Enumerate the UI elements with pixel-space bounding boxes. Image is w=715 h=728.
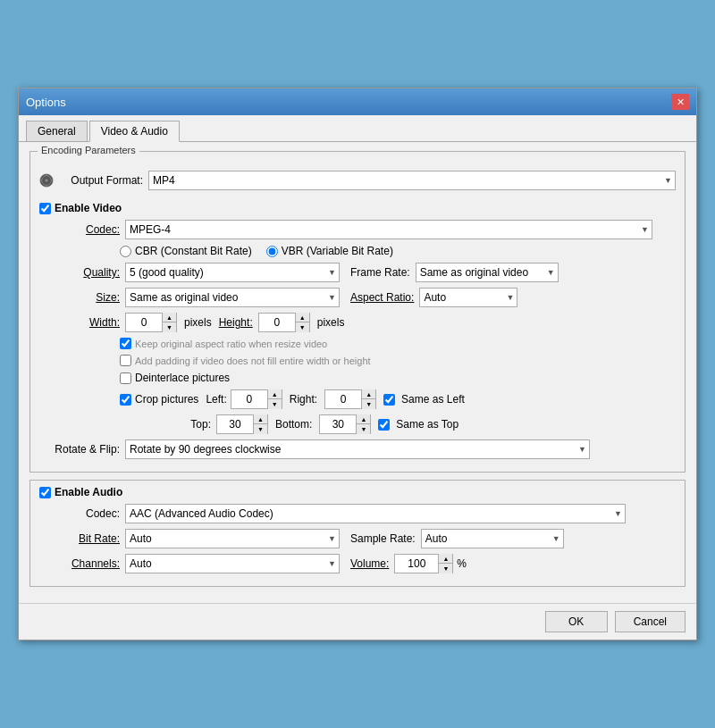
quality-framerate-row: Quality: 5 (good quality) 1 (low quality…: [39, 263, 676, 282]
output-format-select[interactable]: MP4 AVI MKV MOV: [148, 171, 676, 190]
top-down-button[interactable]: ▼: [253, 424, 267, 434]
size-aspect-row: Size: Same as original video 640x480 128…: [39, 288, 676, 307]
crop-checkbox[interactable]: [120, 394, 131, 406]
title-bar: Options ✕: [19, 88, 696, 115]
width-spinner: ▲ ▼: [125, 313, 177, 332]
cbr-radio-label[interactable]: CBR (Constant Bit Rate): [120, 245, 252, 257]
same-as-top-checkbox[interactable]: [378, 419, 390, 431]
channels-select[interactable]: Auto 1 (Mono) 2 (Stereo): [125, 554, 340, 573]
audio-codec-row: Codec: AAC (Advanced Audio Codec) MP3 AC…: [39, 504, 676, 523]
add-padding-label[interactable]: Add padding if video does not fill entir…: [135, 356, 371, 366]
left-input[interactable]: [231, 390, 267, 408]
tab-video-audio[interactable]: Video & Audio: [89, 121, 180, 142]
right-down-button[interactable]: ▼: [361, 399, 375, 409]
left-up-button[interactable]: ▲: [267, 389, 282, 399]
bottom-down-button[interactable]: ▼: [356, 424, 370, 434]
height-input[interactable]: [259, 314, 295, 331]
width-spin-buttons: ▲ ▼: [162, 313, 176, 332]
same-as-left-checkbox[interactable]: [383, 394, 395, 406]
width-label: Width:: [39, 316, 120, 329]
left-down-button[interactable]: ▼: [267, 399, 282, 409]
bottom-up-button[interactable]: ▲: [356, 414, 370, 424]
close-button[interactable]: ✕: [671, 94, 689, 110]
enable-video-label[interactable]: Enable Video: [55, 202, 122, 214]
bitrate-label: Bit Rate:: [39, 532, 120, 545]
top-up-button[interactable]: ▲: [253, 414, 267, 424]
quality-label: Quality:: [39, 266, 120, 279]
vbr-radio-label[interactable]: VBR (Variable Bit Rate): [266, 245, 393, 257]
deinterlace-checkbox[interactable]: [120, 372, 131, 384]
volume-input[interactable]: [395, 555, 438, 573]
right-input[interactable]: [325, 390, 361, 408]
enable-audio-checkbox[interactable]: [39, 487, 51, 498]
sample-rate-select-wrapper: Auto 44100 48000: [421, 529, 564, 548]
ok-button[interactable]: OK: [545, 611, 608, 632]
bitrate-samplerate-row: Bit Rate: Auto 128 256 Sample Rate: Auto…: [39, 529, 676, 548]
keep-aspect-label[interactable]: Keep original aspect ratio when resize v…: [135, 339, 327, 349]
aspect-ratio-select[interactable]: Auto 4:3 16:9: [419, 288, 517, 307]
enable-audio-label[interactable]: Enable Audio: [55, 486, 122, 498]
codec-select[interactable]: MPEG-4 H.264 H.265: [125, 220, 652, 239]
height-label: Height:: [219, 316, 253, 329]
encoding-section-title: Encoding Parameters: [38, 145, 139, 155]
cancel-button[interactable]: Cancel: [615, 611, 686, 632]
frame-rate-label: Frame Rate:: [350, 266, 410, 279]
svg-point-2: [45, 179, 48, 182]
width-up-button[interactable]: ▲: [162, 313, 176, 322]
frame-rate-select[interactable]: Same as original video 25 30: [416, 263, 559, 282]
add-padding-checkbox[interactable]: [120, 355, 131, 366]
cbr-radio[interactable]: [120, 246, 131, 257]
rotate-flip-row: Rotate & Flip: Rotate by 90 degrees cloc…: [39, 439, 676, 459]
volume-up-button[interactable]: ▲: [438, 554, 452, 564]
volume-down-button[interactable]: ▼: [438, 564, 452, 573]
same-as-left-label[interactable]: Same as Left: [401, 393, 465, 406]
output-format-row: Output Format: MP4 AVI MKV MOV: [39, 164, 676, 197]
right-spin-buttons: ▲ ▼: [361, 389, 375, 409]
audio-section: Enable Audio Codec: AAC (Advanced Audio …: [29, 480, 686, 587]
bottom-input[interactable]: [320, 415, 356, 433]
width-input[interactable]: [126, 314, 162, 331]
crop-label[interactable]: Crop pictures: [135, 393, 198, 406]
size-select[interactable]: Same as original video 640x480 1280x720: [125, 288, 340, 307]
output-format-label: Output Format:: [63, 174, 143, 187]
height-spin-buttons: ▲ ▼: [295, 313, 309, 332]
codec-label: Codec:: [39, 223, 120, 236]
tab-general[interactable]: General: [26, 121, 88, 141]
audio-codec-select[interactable]: AAC (Advanced Audio Codec) MP3 AC3: [125, 504, 626, 523]
width-height-row: Width: ▲ ▼ pixels Height: ▲: [39, 313, 676, 332]
enable-audio-row: Enable Audio: [39, 486, 676, 498]
rotate-flip-select[interactable]: Rotate by 90 degrees clockwise None Rota…: [125, 439, 590, 459]
audio-codec-label: Codec:: [39, 507, 120, 520]
enable-video-checkbox[interactable]: [39, 203, 51, 214]
sample-rate-select[interactable]: Auto 44100 48000: [421, 529, 564, 548]
channels-select-wrapper: Auto 1 (Mono) 2 (Stereo): [125, 554, 340, 573]
height-up-button[interactable]: ▲: [295, 313, 309, 322]
codec-row: Codec: MPEG-4 H.264 H.265: [39, 220, 676, 239]
top-label: Top:: [39, 418, 211, 431]
codec-select-wrapper: MPEG-4 H.264 H.265: [125, 220, 652, 239]
deinterlace-row: Deinterlace pictures: [39, 372, 676, 384]
frame-rate-select-wrapper: Same as original video 25 30: [416, 263, 559, 282]
sample-rate-label: Sample Rate:: [350, 532, 416, 545]
vbr-radio[interactable]: [266, 246, 278, 257]
volume-spinner: ▲ ▼: [394, 554, 453, 573]
top-bottom-row: Top: ▲ ▼ Bottom: ▲ ▼ Same: [39, 414, 676, 434]
size-select-wrapper: Same as original video 640x480 1280x720: [125, 288, 340, 307]
bitrate-select[interactable]: Auto 128 256: [125, 529, 340, 548]
left-spinner: ▲ ▼: [231, 389, 282, 409]
top-input[interactable]: [217, 415, 253, 433]
dialog-title: Options: [26, 96, 66, 109]
width-down-button[interactable]: ▼: [162, 322, 176, 332]
audio-codec-select-wrapper: AAC (Advanced Audio Codec) MP3 AC3: [125, 504, 626, 523]
options-dialog: Options ✕ General Video & Audio Encoding…: [18, 88, 697, 640]
bitrate-mode-row: CBR (Constant Bit Rate) VBR (Variable Bi…: [120, 245, 676, 257]
channels-volume-row: Channels: Auto 1 (Mono) 2 (Stereo) Volum…: [39, 554, 676, 573]
right-label: Right:: [290, 393, 317, 406]
aspect-ratio-select-wrapper: Auto 4:3 16:9: [419, 288, 517, 307]
keep-aspect-checkbox[interactable]: [120, 338, 131, 349]
deinterlace-label[interactable]: Deinterlace pictures: [135, 372, 230, 384]
quality-select[interactable]: 5 (good quality) 1 (low quality) 9 (best…: [125, 263, 340, 282]
same-as-top-label[interactable]: Same as Top: [396, 418, 458, 431]
height-down-button[interactable]: ▼: [295, 322, 309, 332]
right-up-button[interactable]: ▲: [361, 389, 375, 399]
